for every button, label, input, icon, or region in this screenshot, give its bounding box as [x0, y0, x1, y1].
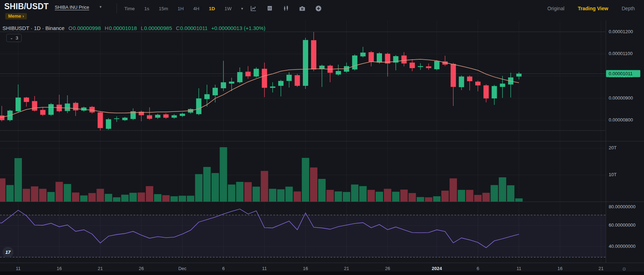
volume-bar — [14, 158, 22, 202]
candle-body — [377, 53, 382, 62]
candle-body — [221, 82, 226, 88]
volume-bar — [384, 189, 391, 202]
volume-axis[interactable]: 20T10T — [609, 145, 616, 177]
interval-button-1h[interactable]: 1H — [178, 6, 184, 11]
volume-bar — [409, 193, 416, 202]
view-tab-original[interactable]: Original — [547, 6, 564, 11]
volume-bar — [285, 187, 293, 202]
legend-close-value: 0.00001011 — [180, 25, 208, 31]
time-axis-label: 11 — [262, 266, 267, 271]
volume-bar — [47, 192, 55, 202]
volume-bar — [138, 192, 145, 202]
chevron-down-icon[interactable]: ▾ — [100, 5, 102, 9]
interval-dropdown-icon[interactable]: ▾ — [241, 6, 243, 11]
view-tab-depth[interactable]: Depth — [622, 6, 635, 11]
candle-body — [180, 114, 185, 116]
candle-body — [459, 77, 464, 87]
candle-body — [106, 119, 111, 129]
price-axis-label: 0.00000900 — [609, 95, 633, 101]
tradingview-logo[interactable]: 17 — [2, 247, 13, 258]
candle-body — [73, 103, 78, 110]
candle-body — [278, 81, 284, 86]
volume-bar — [187, 196, 194, 202]
candle-body — [254, 69, 259, 77]
volume-bar — [269, 189, 276, 202]
interval-button-time[interactable]: Time — [124, 6, 135, 11]
candle-body — [311, 40, 316, 70]
volume-bar — [195, 174, 203, 202]
legend-high-label: H — [105, 25, 109, 31]
candle-body — [89, 107, 95, 113]
symbol-info-link[interactable]: SHIBA INU Price — [55, 5, 89, 10]
chart-toolbar — [250, 0, 322, 17]
volume-bar — [220, 147, 227, 202]
interval-button-1s[interactable]: 1s — [144, 6, 149, 11]
theme-toggle-icon[interactable]: ☼ — [621, 265, 627, 272]
volume-bar — [294, 191, 301, 202]
divider — [117, 4, 117, 13]
camera-screenshot-icon[interactable] — [299, 5, 306, 12]
legend-open-label: O — [68, 25, 73, 31]
time-axis-label: 16 — [57, 266, 62, 271]
candle-body — [245, 72, 251, 76]
candle-body — [369, 52, 374, 62]
volume-bar — [64, 184, 71, 202]
candle-body — [155, 115, 160, 118]
rsi-axis[interactable]: 80.0000000060.0000000040.00000000 — [609, 204, 636, 249]
volume-bar — [449, 178, 457, 202]
time-axis-label: 21 — [598, 266, 603, 271]
volume-bars — [0, 147, 523, 202]
volume-bar — [359, 186, 367, 202]
volume-bar — [433, 196, 441, 202]
candle-body — [0, 115, 5, 120]
candle-body — [270, 86, 275, 88]
volume-bar — [499, 177, 506, 202]
volume-bar — [31, 186, 38, 202]
candle-body — [500, 84, 505, 87]
volume-bar — [154, 194, 161, 202]
volume-bar — [351, 185, 358, 202]
category-badge[interactable]: Meme › — [5, 13, 27, 19]
volume-bar — [23, 189, 30, 202]
indicators-collapse-badge[interactable]: ⌄ 3 — [6, 34, 22, 42]
volume-bar — [6, 185, 14, 202]
volume-bar — [458, 190, 465, 202]
volume-bar — [335, 191, 342, 202]
volume-bar — [318, 179, 326, 202]
last-price-badge: 0.00001011 — [606, 70, 640, 77]
candle-body — [516, 74, 521, 77]
candle-body — [196, 98, 202, 114]
chart-canvas[interactable]: 0.000012000.000011000.000010000.00000900… — [0, 0, 644, 275]
time-axis-label: 16 — [557, 266, 562, 271]
legend-change-value: +0.00000013 (+1.30%) — [211, 25, 265, 31]
indicators-chart-icon[interactable] — [250, 5, 257, 12]
candle-body — [213, 88, 218, 95]
legend-high-value: 0.00001018 — [109, 25, 137, 31]
volume-bar — [121, 195, 129, 202]
candle-body — [32, 101, 37, 110]
interval-button-4h[interactable]: 4H — [193, 6, 199, 11]
volume-bar — [277, 189, 285, 202]
candle-body — [122, 118, 127, 120]
volume-bar — [203, 167, 211, 202]
candle-body — [434, 61, 440, 69]
time-axis[interactable]: 11162126Dec61116212620246111621 — [16, 266, 604, 271]
view-tab-trading-view[interactable]: Trading View — [578, 6, 608, 11]
volume-bar — [441, 191, 449, 202]
data-grid-icon[interactable] — [266, 5, 273, 12]
add-plus-circle-icon[interactable] — [315, 5, 322, 12]
interval-button-1d[interactable]: 1D — [209, 6, 215, 11]
candlestick-style-icon[interactable] — [282, 5, 290, 12]
volume-bar — [482, 193, 490, 202]
svg-text:0.00001011: 0.00001011 — [609, 71, 633, 76]
time-axis-label: 21 — [98, 266, 103, 271]
time-axis-label: 26 — [385, 266, 390, 271]
candle-body — [262, 69, 267, 88]
interval-button-1w[interactable]: 1W — [225, 6, 232, 11]
candle-body — [147, 115, 152, 119]
volume-bar — [113, 197, 120, 202]
volume-bar — [179, 196, 186, 202]
interval-button-15m[interactable]: 15m — [159, 6, 168, 11]
candle-body — [336, 71, 341, 74]
time-axis-label: 6 — [477, 266, 479, 271]
